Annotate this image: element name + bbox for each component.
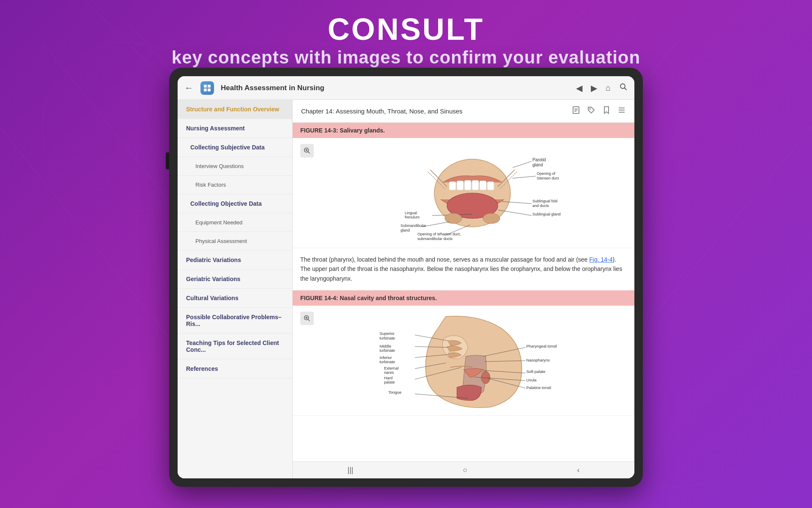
svg-text:Hard: Hard <box>384 375 392 380</box>
figure-14-3-caption: Salivary glands. <box>340 127 385 134</box>
main-content: Structure and Function Overview Nursing … <box>178 100 634 478</box>
notes-button[interactable] <box>572 106 580 116</box>
svg-rect-13 <box>204 88 207 91</box>
svg-text:Opening of: Opening of <box>537 171 556 176</box>
tag-button[interactable] <box>587 106 595 116</box>
sidebar-item-risk-factors[interactable]: Risk Factors <box>178 176 292 194</box>
chapter-title: Chapter 14: Assessing Mouth, Throat, Nos… <box>301 108 463 115</box>
figure-14-3-label: FIGURE 14-3: <box>300 127 338 134</box>
figure-14-4-image-area: Superior turbinate Middle turbinate Infe… <box>293 306 634 416</box>
svg-text:Lingual: Lingual <box>405 211 417 215</box>
sidebar-item-collecting-subjective[interactable]: Collecting Subjective Data <box>178 138 292 157</box>
svg-text:nares: nares <box>384 370 394 375</box>
content-body: FIGURE 14-3: Salivary glands. <box>293 123 634 461</box>
content-panel: Chapter 14: Assessing Mouth, Throat, Nos… <box>293 100 634 478</box>
svg-point-21 <box>590 108 591 110</box>
sidebar-item-references[interactable]: References <box>178 359 292 378</box>
figure-14-4-banner: FIGURE 14-4: Nasal cavity and throat str… <box>293 290 634 306</box>
search-button[interactable] <box>619 83 628 93</box>
svg-text:Superior: Superior <box>379 331 395 336</box>
svg-text:submandibular ducts: submandibular ducts <box>417 237 453 241</box>
svg-text:turbinate: turbinate <box>379 359 395 364</box>
svg-rect-14 <box>208 88 211 91</box>
figure-14-3-diagram: Parotid gland Opening of Stensen duct Su… <box>318 144 627 242</box>
sidebar-item-pediatric-variations[interactable]: Pediatric Variations <box>178 251 292 270</box>
svg-rect-12 <box>208 85 211 88</box>
svg-text:Sublingual gland: Sublingual gland <box>532 212 561 216</box>
svg-rect-33 <box>464 180 471 190</box>
tablet-device: ← Health Assessment in Nursing ◀ ▶ ⌂ <box>169 68 643 487</box>
svg-text:Pharyngeal tonsil: Pharyngeal tonsil <box>527 343 557 348</box>
app-icon <box>200 81 214 95</box>
svg-point-52 <box>483 213 500 224</box>
svg-text:Nasopharynx: Nasopharynx <box>527 358 550 362</box>
tablet-side-button <box>166 152 169 169</box>
svg-text:Stensen duct: Stensen duct <box>537 176 559 180</box>
figure-14-4-diagram: Superior turbinate Middle turbinate Infe… <box>318 312 627 409</box>
svg-rect-34 <box>472 180 479 190</box>
svg-text:Opening of Wharton duct,: Opening of Wharton duct, <box>417 232 461 236</box>
app-title: Health Assessment in Nursing <box>221 84 569 92</box>
svg-text:and ducts: and ducts <box>532 204 549 208</box>
chapter-icons <box>572 106 626 116</box>
svg-text:Palatine tonsil: Palatine tonsil <box>527 385 551 390</box>
fig-14-4-link[interactable]: Fig. 14-4 <box>589 256 612 263</box>
svg-text:turbinate: turbinate <box>379 335 395 340</box>
sidebar-item-geriatric-variations[interactable]: Geriatric Variations <box>178 270 292 289</box>
figure-14-3-banner: FIGURE 14-3: Salivary glands. <box>293 123 634 138</box>
sidebar-item-nursing-assessment[interactable]: Nursing Assessment <box>178 119 292 138</box>
svg-line-26 <box>308 152 310 153</box>
svg-line-7 <box>634 127 812 339</box>
svg-line-60 <box>308 319 310 321</box>
svg-rect-32 <box>457 181 464 190</box>
svg-text:Uvula: Uvula <box>527 378 537 382</box>
bookmark-button[interactable] <box>602 106 611 116</box>
sidebar-item-cultural-variations[interactable]: Cultural Variations <box>178 289 292 308</box>
svg-line-16 <box>625 88 627 90</box>
tablet-nav-lines-icon[interactable]: ||| <box>348 466 354 475</box>
tablet-nav-back-icon[interactable]: ‹ <box>577 466 579 475</box>
promo-title: CONSULT <box>0 13 812 46</box>
body-text: The throat (pharynx), located behind the… <box>293 248 634 290</box>
nav-icons: ◀ ▶ ⌂ <box>576 83 628 93</box>
sidebar-item-equipment-needed[interactable]: Equipment Needed <box>178 213 292 232</box>
figure-14-4-label: FIGURE 14-4: <box>300 295 338 301</box>
sidebar: Structure and Function Overview Nursing … <box>178 100 293 478</box>
svg-rect-11 <box>204 85 207 88</box>
svg-line-37 <box>513 161 532 168</box>
home-button[interactable]: ⌂ <box>606 83 611 93</box>
promo-subtitle: key concepts with images to confirm your… <box>0 46 812 69</box>
chapter-header: Chapter 14: Assessing Mouth, Throat, Nos… <box>293 100 634 123</box>
back-button[interactable]: ← <box>184 83 194 94</box>
svg-text:frenulum: frenulum <box>405 215 420 219</box>
toc-button[interactable] <box>617 106 626 116</box>
svg-text:Sublingual fold: Sublingual fold <box>532 199 557 203</box>
svg-rect-31 <box>449 182 456 190</box>
sidebar-item-teaching-tips[interactable]: Teaching Tips for Selected Client Conc..… <box>178 334 292 359</box>
svg-text:Submandibular: Submandibular <box>401 224 426 228</box>
svg-text:palate: palate <box>384 380 395 384</box>
sidebar-item-collaborative-problems[interactable]: Possible Collaborative Problems–Ris... <box>178 308 292 334</box>
tablet-screen: ← Health Assessment in Nursing ◀ ▶ ⌂ <box>178 76 634 478</box>
svg-rect-35 <box>480 181 486 190</box>
svg-text:turbinate: turbinate <box>379 348 395 353</box>
prev-page-button[interactable]: ◀ <box>576 83 582 93</box>
svg-text:Tongue: Tongue <box>388 390 401 395</box>
sidebar-item-structure-function[interactable]: Structure and Function Overview <box>178 100 292 119</box>
sidebar-item-physical-assessment[interactable]: Physical Assessment <box>178 232 292 251</box>
figure-14-3-zoom-button[interactable] <box>300 144 314 157</box>
tablet-frame: ← Health Assessment in Nursing ◀ ▶ ⌂ <box>169 68 643 487</box>
svg-text:Middle: Middle <box>379 343 391 348</box>
tablet-nav-home-icon[interactable]: ○ <box>463 466 468 475</box>
figure-14-4-caption: Nasal cavity and throat structures. <box>340 295 437 301</box>
svg-text:Inferior: Inferior <box>379 355 392 359</box>
sidebar-item-collecting-objective[interactable]: Collecting Objective Data <box>178 194 292 213</box>
next-page-button[interactable]: ▶ <box>591 83 597 93</box>
svg-text:gland: gland <box>401 228 410 232</box>
sidebar-item-interview-questions[interactable]: Interview Questions <box>178 157 292 176</box>
navigation-bar: ← Health Assessment in Nursing ◀ ▶ ⌂ <box>178 76 634 100</box>
svg-text:gland: gland <box>532 163 543 167</box>
svg-text:Parotid: Parotid <box>532 157 546 162</box>
svg-line-6 <box>0 127 169 339</box>
figure-14-4-zoom-button[interactable] <box>300 312 314 325</box>
